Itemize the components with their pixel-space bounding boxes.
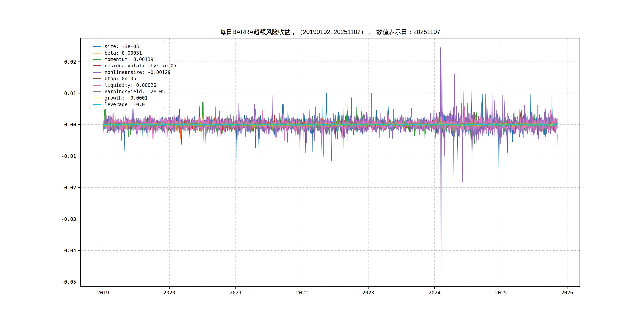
x-tick-label: 2020 [164,290,175,296]
x-tick-label: 2023 [362,290,374,296]
y-tick-label: -0.02 [61,185,76,190]
legend-item-liquidity: liquidity: 0.00026 [92,82,164,88]
y-tick-label: -0.04 [61,248,76,254]
chart-title: 每日BARRA超额风险收益，（20190102, 20251107）， 数值表示… [80,28,580,36]
legend-label: growth: -0.0001 [104,95,148,101]
legend-label: beta: 0.00031 [104,50,142,56]
legend-item-nonlinearsize: nonlinearsize: -0.00129 [92,69,164,76]
legend-label: size: -3e-05 [104,44,139,49]
legend-item-momentum: momentum: 0.00139 [92,56,164,62]
legend-item-growth: growth: -0.0001 [92,95,164,101]
legend-line-swatch-growth [93,98,101,98]
legend-label: earningsyield: -2e-05 [104,89,165,94]
legend-line-swatch-btop [93,78,101,79]
legend-label: leverage: -0.0 [104,102,145,107]
legend-label: nonlinearsize: -0.00129 [104,70,170,75]
legend-item-residualvolatility: residualvolatility: 7e-05 [92,62,164,69]
plot-series [103,48,557,289]
legend-line-swatch-leverage [93,104,101,105]
legend-line-swatch-momentum [93,59,101,60]
legend-line-swatch-beta [93,53,101,54]
y-tick-label: 0.00 [64,122,76,128]
legend-line-swatch-nonlinearsize [93,72,101,73]
y-tick-label: -0.01 [61,153,76,159]
series-line-nonlinearsize [103,48,557,289]
legend-label: momentum: 0.00139 [104,57,154,62]
legend-item-leverage: leverage: -0.0 [92,101,164,108]
x-tick-label: 2021 [230,290,242,296]
x-tick-label: 2024 [428,290,440,296]
legend: size: -3e-05beta: 0.00031momentum: 0.001… [89,41,164,109]
legend-label: liquidity: 0.00026 [104,82,156,88]
x-tick-label: 2026 [561,290,573,296]
x-tick-label: 2022 [296,290,308,296]
y-tick-label: 0.01 [64,90,76,96]
legend-item-btop: btop: 8e-05 [92,76,164,82]
legend-label: btop: 8e-05 [104,76,136,82]
legend-line-swatch-liquidity [93,85,101,86]
y-tick-label: -0.03 [61,216,76,222]
legend-item-size: size: -3e-05 [92,43,164,50]
legend-line-swatch-residualvolatility [93,66,101,66]
legend-line-swatch-earningsyield [93,91,101,92]
y-tick-label: 0.02 [64,59,76,64]
x-tick-label: 2019 [97,290,109,296]
legend-line-swatch-size [93,46,101,47]
x-tick-label: 2025 [495,290,507,296]
legend-item-earningsyield: earningsyield: -2e-05 [92,88,164,95]
legend-label: residualvolatility: 7e-05 [104,63,176,68]
y-tick-label: -0.05 [61,279,76,285]
figure: 每日BARRA超额风险收益，（20190102, 20251107）， 数值表示… [0,0,644,322]
legend-item-beta: beta: 0.00031 [92,50,164,56]
